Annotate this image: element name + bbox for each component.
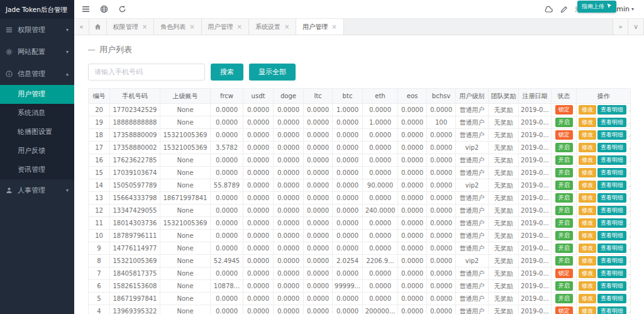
status-toggle-button[interactable]: 开启 — [555, 231, 573, 240]
modify-button[interactable]: 修改 — [579, 306, 596, 314]
modify-button[interactable]: 修改 — [579, 244, 596, 253]
view-detail-button[interactable]: 查看明细 — [597, 269, 626, 278]
tabs-scroll-left-icon[interactable]: « — [74, 19, 89, 35]
edit-icon[interactable] — [560, 6, 568, 13]
cell-parent: None — [160, 205, 211, 217]
status-toggle-button[interactable]: 开启 — [555, 143, 573, 152]
view-detail-button[interactable]: 查看明细 — [597, 118, 626, 127]
view-detail-button[interactable]: 查看明细 — [597, 231, 626, 240]
status-toggle-button[interactable]: 开启 — [555, 206, 573, 215]
view-detail-button[interactable]: 查看明细 — [597, 155, 626, 165]
view-detail-button[interactable]: 查看明细 — [597, 281, 626, 291]
status-toggle-button[interactable]: 开启 — [555, 256, 573, 266]
status-toggle-button[interactable]: 开启 — [555, 193, 573, 203]
cell-eos: 0.0000 — [398, 129, 427, 142]
view-detail-button[interactable]: 查看明细 — [597, 244, 626, 253]
modify-button[interactable]: 修改 — [579, 143, 596, 152]
tab[interactable]: 权限管理× — [107, 19, 154, 35]
cell-frcw: 0.0000 — [211, 305, 243, 314]
cell-operations: 修改查看明细... — [577, 179, 631, 192]
close-icon[interactable]: × — [142, 23, 147, 30]
hamburger-icon[interactable] — [82, 5, 90, 13]
status-toggle-button[interactable]: 开启 — [555, 155, 573, 165]
cell-bchsv: 0.0000 — [427, 142, 456, 154]
sidebar-subitem[interactable]: 轮播图设置 — [0, 123, 74, 142]
status-toggle-button[interactable]: 开启 — [555, 294, 573, 303]
status-toggle-button[interactable]: 锁定 — [555, 269, 573, 278]
modify-button[interactable]: 修改 — [579, 281, 596, 291]
tab[interactable]: 系统设置× — [249, 19, 296, 35]
cell-reward: 无奖励 — [489, 179, 519, 192]
view-detail-button[interactable]: 查看明细 — [597, 193, 626, 203]
cell-ltc: 0.0000 — [304, 205, 333, 217]
home-tab-icon[interactable] — [89, 19, 107, 35]
sidebar-subitem[interactable]: 资讯管理 — [0, 160, 74, 179]
modify-button[interactable]: 修改 — [579, 155, 596, 165]
sidebar-item[interactable]: 人事管理▾ — [0, 179, 74, 201]
cell-eos: 0.0000 — [398, 192, 427, 205]
app-title: Jade Token后台管理 — [0, 0, 74, 19]
phone-search-input[interactable] — [88, 64, 205, 81]
tabs-scroll-right-icon[interactable]: » — [613, 19, 628, 35]
modify-button[interactable]: 修改 — [579, 231, 596, 240]
tab[interactable]: 用户管理× — [296, 19, 343, 35]
tab[interactable]: 用户管理× — [202, 19, 249, 35]
cell-reward: 无奖励 — [489, 167, 519, 179]
refresh-icon[interactable] — [118, 5, 126, 13]
sidebar-subitem[interactable]: 系统消息 — [0, 104, 74, 123]
close-icon[interactable]: × — [331, 23, 336, 30]
view-detail-button[interactable]: 查看明细 — [597, 143, 626, 152]
modify-button[interactable]: 修改 — [579, 269, 596, 278]
modify-button[interactable]: 修改 — [579, 130, 596, 140]
view-detail-button[interactable]: 查看明细 — [597, 168, 626, 177]
cloud-download-icon[interactable] — [544, 6, 553, 13]
status-toggle-button[interactable]: 锁定 — [555, 130, 573, 140]
view-detail-button[interactable]: 查看明细 — [597, 181, 626, 190]
show-all-button[interactable]: 显示全部 — [249, 64, 296, 81]
cell-level: 普通用户 — [456, 305, 489, 314]
status-toggle-button[interactable]: 锁定 — [555, 105, 573, 115]
sidebar-item-label: 人事管理 — [18, 186, 45, 195]
view-detail-button[interactable]: 查看明细 — [597, 105, 626, 115]
close-icon[interactable]: × — [189, 23, 194, 30]
tab[interactable]: 角色列表× — [154, 19, 201, 35]
view-detail-button[interactable]: 查看明细 — [597, 294, 626, 303]
modify-button[interactable]: 修改 — [579, 193, 596, 203]
caret-down-icon: ▾ — [631, 6, 634, 12]
view-detail-button[interactable]: 查看明细 — [597, 256, 626, 266]
status-toggle-button[interactable]: 开启 — [555, 281, 573, 291]
modify-button[interactable]: 修改 — [579, 118, 596, 127]
status-toggle-button[interactable]: 开启 — [555, 244, 573, 253]
sidebar-item[interactable]: 信息管理▴ — [0, 63, 74, 85]
status-toggle-button[interactable]: 锁定 — [555, 306, 573, 314]
cell-eth: 2206.9... — [363, 255, 398, 267]
cell-eth: 1.0000 — [363, 116, 398, 129]
modify-button[interactable]: 修改 — [579, 218, 596, 228]
view-detail-button[interactable]: 查看明细 — [597, 130, 626, 140]
sidebar-item[interactable]: 网站配置▾ — [0, 41, 74, 63]
status-toggle-button[interactable]: 开启 — [555, 218, 573, 228]
sidebar-item[interactable]: 权限管理▾ — [0, 19, 74, 41]
cell-operations: 修改查看明细... — [577, 142, 631, 154]
view-detail-button[interactable]: 查看明细 — [597, 306, 626, 314]
status-toggle-button[interactable]: 开启 — [555, 118, 573, 127]
tabs-menu-icon[interactable]: ∨ — [628, 19, 644, 35]
modify-button[interactable]: 修改 — [579, 168, 596, 177]
globe-icon[interactable] — [100, 5, 108, 13]
status-toggle-button[interactable]: 开启 — [555, 168, 573, 177]
close-icon[interactable]: × — [237, 23, 242, 30]
view-detail-button[interactable]: 查看明细 — [597, 206, 626, 215]
modify-button[interactable]: 修改 — [579, 105, 596, 115]
sidebar-subitem[interactable]: 用户反馈 — [0, 142, 74, 160]
upload-bubble[interactable]: 指南上传 — [577, 1, 616, 13]
modify-button[interactable]: 修改 — [579, 206, 596, 215]
view-detail-button[interactable]: 查看明细 — [597, 218, 626, 228]
modify-button[interactable]: 修改 — [579, 181, 596, 190]
search-button[interactable]: 搜索 — [211, 64, 243, 81]
modify-button[interactable]: 修改 — [579, 294, 596, 303]
status-toggle-button[interactable]: 开启 — [555, 181, 573, 190]
modify-button[interactable]: 修改 — [579, 256, 596, 266]
cell-status: 开启 — [552, 205, 577, 217]
sidebar-subitem[interactable]: 用户管理 — [0, 85, 74, 104]
close-icon[interactable]: × — [284, 23, 289, 30]
